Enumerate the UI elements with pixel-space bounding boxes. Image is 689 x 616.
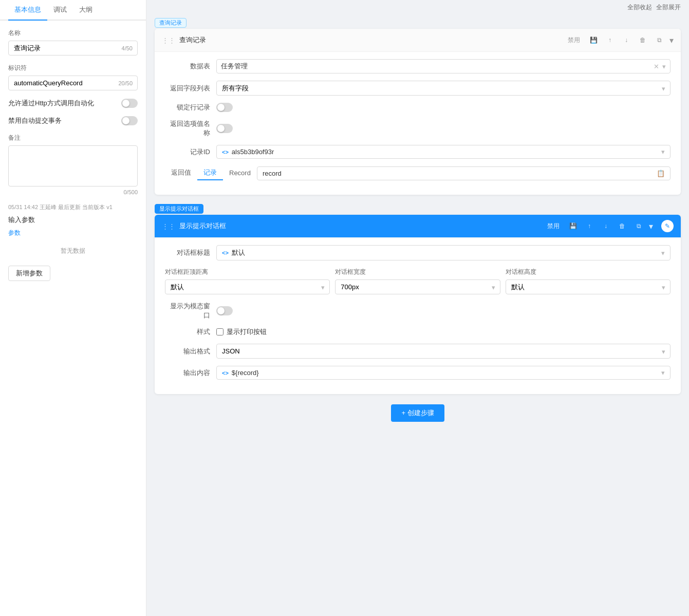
params-link[interactable]: 参数 [8, 229, 138, 237]
return-fields-select[interactable]: 所有字段 [216, 81, 671, 96]
step2-header: ⋮⋮ 显示提示对话框 禁用 💾 ↑ ↓ 🗑 ⧉ ▾ ✎ [155, 215, 681, 238]
step1-save-icon[interactable]: 💾 [587, 34, 600, 46]
record-id-expr-icon: <> [222, 149, 229, 155]
step1-body: 数据表 任务管理 ✕ ▾ 返回字段列表 所有字段 [155, 52, 681, 195]
tab-outline[interactable]: 大纲 [73, 0, 99, 20]
datatable-value: 任务管理 [221, 62, 654, 71]
datatable-clear-icon[interactable]: ✕ [654, 63, 659, 70]
return-option-control [216, 124, 671, 133]
print-btn-checkbox[interactable] [216, 328, 224, 335]
dialog-title-field[interactable]: <> 默认 ▾ [216, 245, 671, 260]
dialog-width-wrapper: 700px [335, 279, 500, 294]
record-id-field[interactable]: <> als5b3b9of93r ▾ [216, 145, 671, 159]
dialog-title-label: 对话框标题 [165, 248, 216, 257]
output-content-arrow-icon: ▾ [661, 369, 665, 377]
record-id-value: als5b3b9of93r [232, 148, 661, 156]
return-fields-control: 所有字段 [216, 81, 671, 96]
datatable-label: 数据表 [165, 62, 216, 71]
step1-block: ⋮⋮ 查询记录 禁用 💾 ↑ ↓ 🗑 ⧉ ▾ 数据表 任务管理 ✕ [155, 29, 681, 195]
expand-all-btn[interactable]: 全部展开 [656, 3, 681, 12]
step1-actions: 禁用 💾 ↑ ↓ 🗑 ⧉ ▾ [565, 34, 674, 46]
record-id-arrow-icon: ▾ [661, 148, 665, 156]
dialog-title-value: 默认 [232, 248, 661, 257]
dialog-title-expr-icon: <> [222, 250, 229, 256]
output-format-label: 输出格式 [165, 347, 216, 356]
step2-save-icon[interactable]: 💾 [567, 220, 579, 232]
right-panel: 全部收起 全部展开 查询记录 ⋮⋮ 查询记录 禁用 💾 ↑ ↓ 🗑 ⧉ ▾ 数据… [146, 0, 689, 616]
lock-record-row: 锁定行记录 [165, 103, 671, 112]
http-toggle[interactable] [121, 99, 138, 108]
output-content-label: 输出内容 [165, 368, 216, 378]
tab-record[interactable]: 记录 [197, 166, 223, 180]
name-label: 名称 [8, 29, 138, 38]
remark-textarea[interactable] [8, 145, 138, 186]
step2-tag: 显示提示对话框 [155, 204, 203, 214]
modal-toggle[interactable] [216, 306, 233, 315]
print-btn-checkbox-row: 显示打印按钮 [216, 327, 671, 337]
step2-body: 对话框标题 <> 默认 ▾ 对话框距顶距离 默认 [155, 238, 681, 394]
tab-debug[interactable]: 调试 [47, 0, 73, 20]
modal-row: 显示为模态窗口 [165, 302, 671, 320]
step1-up-icon[interactable]: ↑ [604, 34, 616, 46]
modal-label: 显示为模态窗口 [165, 302, 216, 320]
step2-disable-btn[interactable]: 禁用 [544, 221, 563, 232]
style-label: 样式 [165, 327, 216, 337]
add-param-button[interactable]: 新增参数 [8, 266, 50, 281]
datatable-select[interactable]: 任务管理 ✕ ▾ [216, 59, 671, 73]
transaction-toggle[interactable] [121, 116, 138, 125]
step1-tab-row: 返回值 记录 Record record 📋 [165, 166, 671, 180]
collapse-all-btn[interactable]: 全部收起 [627, 3, 652, 12]
step1-more-btn[interactable]: ▾ [669, 35, 674, 45]
collapse-buttons: 全部收起 全部展开 [627, 3, 681, 12]
meta-info: 05/31 14:42 王延峰 最后更新 当前版本 v1 [8, 203, 138, 211]
output-format-select[interactable]: JSON [216, 344, 671, 359]
dialog-title-arrow-icon: ▾ [661, 249, 665, 257]
step2-more-btn[interactable]: ▾ [649, 221, 653, 231]
step1-down-icon[interactable]: ↓ [620, 34, 632, 46]
return-fields-label: 返回字段列表 [165, 84, 216, 93]
create-step-button[interactable]: + 创建步骤 [391, 404, 444, 422]
dialog-height-col: 对话框高度 默认 [506, 268, 671, 294]
step2-down-icon[interactable]: ↓ [600, 220, 612, 232]
step1-drag-handle[interactable]: ⋮⋮ [162, 36, 175, 44]
tab-basic-info[interactable]: 基本信息 [8, 0, 47, 20]
tab-return-value[interactable]: 返回值 [165, 166, 197, 180]
step2-drag-handle[interactable]: ⋮⋮ [162, 222, 175, 230]
name-input[interactable] [8, 41, 138, 55]
step1-delete-icon[interactable]: 🗑 [637, 34, 649, 46]
step1-disable-btn[interactable]: 禁用 [565, 35, 583, 46]
datatable-arrow-icon: ▾ [662, 63, 666, 70]
identifier-count: 20/50 [118, 80, 133, 86]
identifier-input-wrapper: 20/50 [8, 76, 138, 90]
dialog-top-select[interactable]: 默认 [165, 279, 330, 294]
create-step-area: + 创建步骤 [146, 400, 689, 432]
remark-group: 备注 0/500 [8, 134, 138, 195]
dialog-height-label: 对话框高度 [506, 268, 671, 276]
name-input-wrapper: 4/50 [8, 41, 138, 55]
output-format-row: 输出格式 JSON [165, 344, 671, 359]
dialog-width-select[interactable]: 700px [335, 279, 500, 294]
dialog-width-col: 对话框宽度 700px [335, 268, 500, 294]
step2-copy-icon[interactable]: ⧉ [632, 220, 645, 232]
step1-title: 查询记录 [179, 35, 565, 45]
left-content: 名称 4/50 标识符 20/50 允许通过Http方式调用自动化 禁用自动提交… [0, 21, 146, 616]
dialog-height-select[interactable]: 默认 [506, 279, 671, 294]
step1-tab-value: record [263, 170, 657, 177]
right-header: 全部收起 全部展开 [146, 0, 689, 15]
transaction-label: 禁用自动提交事务 [8, 116, 121, 125]
lock-record-toggle[interactable] [216, 103, 233, 112]
step2-delete-icon[interactable]: 🗑 [616, 220, 628, 232]
return-option-toggle[interactable] [216, 124, 233, 133]
modal-control [216, 306, 671, 315]
step1-copy-value-icon[interactable]: 📋 [657, 170, 665, 177]
style-row: 样式 显示打印按钮 [165, 327, 671, 337]
return-option-row: 返回选项值名称 [165, 119, 671, 138]
step1-copy-icon[interactable]: ⧉ [653, 34, 665, 46]
output-content-field[interactable]: <> ${record} ▾ [216, 366, 671, 380]
name-group: 名称 4/50 [8, 29, 138, 55]
transaction-toggle-row: 禁用自动提交事务 [8, 116, 138, 125]
tab-Record[interactable]: Record [223, 167, 257, 180]
step2-edit-icon[interactable]: ✎ [661, 220, 674, 232]
left-panel: 基本信息 调试 大纲 名称 4/50 标识符 20/50 允许通过Http方式调… [0, 0, 146, 616]
step2-up-icon[interactable]: ↑ [583, 220, 595, 232]
